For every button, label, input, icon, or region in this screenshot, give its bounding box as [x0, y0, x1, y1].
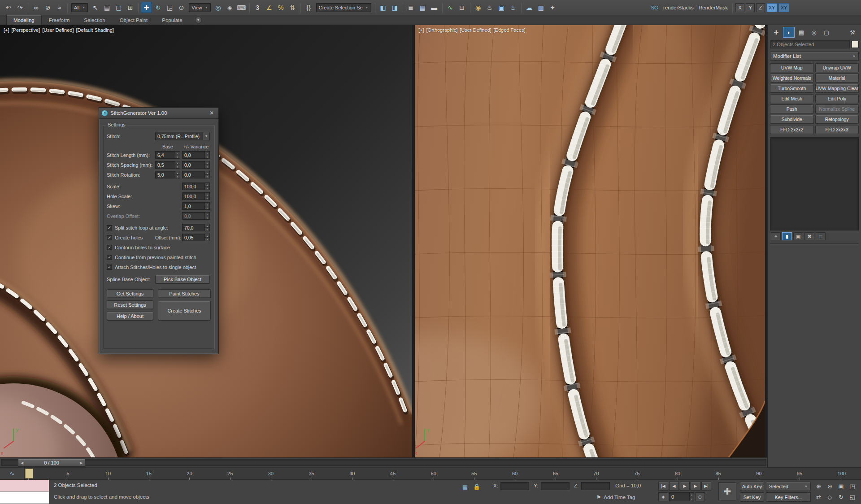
orthographic-viewport-canvas[interactable]: y x: [415, 25, 765, 457]
window-crossing-icon[interactable]: ⊞: [125, 2, 136, 13]
ribbon-tab[interactable]: Freeform: [42, 15, 77, 25]
previous-frame-arrow-icon[interactable]: ◀: [18, 461, 26, 465]
stitch-profile-dropdown[interactable]: 0,75mm (R...Profile) ▼: [155, 132, 210, 140]
select-and-manipulate-icon[interactable]: ◈: [224, 2, 235, 13]
schematic-view-icon[interactable]: ⊟: [457, 2, 468, 13]
select-object-icon[interactable]: ↖: [90, 2, 101, 13]
toggle-layer-explorer-icon[interactable]: ▦: [417, 2, 428, 13]
reference-coordinate-dropdown[interactable]: View▼: [189, 3, 211, 12]
set-key-button[interactable]: Set Key: [740, 492, 764, 502]
ribbon-options-icon[interactable]: ▼: [195, 17, 202, 23]
auto-key-button[interactable]: Auto Key: [740, 482, 764, 491]
align-icon[interactable]: ◨: [389, 2, 400, 13]
next-frame-arrow-icon[interactable]: ▶: [78, 461, 85, 465]
value-spinner[interactable]: 100,0 ▴▾: [182, 182, 210, 190]
ribbon-tab[interactable]: Modeling: [6, 15, 42, 25]
maxscript-mini-listener[interactable]: [0, 480, 49, 504]
select-by-name-icon[interactable]: ▤: [101, 2, 113, 13]
use-pivot-point-center-icon[interactable]: ◎: [213, 2, 224, 13]
spinner-snap-icon[interactable]: ⇅: [287, 2, 298, 13]
current-frame-field[interactable]: 0 ▴▾: [669, 492, 694, 501]
toggle-scene-explorer-icon[interactable]: ≣: [405, 2, 417, 13]
track-bar[interactable]: ∿ 05101520253035404550556065707580859095…: [0, 467, 861, 480]
time-configuration-icon[interactable]: ◷: [695, 492, 705, 501]
time-slider[interactable]: ◀ 0 / 100 ▶: [0, 457, 767, 467]
object-name-field[interactable]: 2 Objects Selected: [770, 40, 850, 48]
show-end-result-icon[interactable]: ▮: [782, 232, 792, 240]
axis-xy-alt-button[interactable]: XY: [778, 3, 789, 12]
viewport-label-part[interactable]: [Edged Faces]: [494, 27, 526, 33]
select-and-scale-icon[interactable]: ◲: [164, 2, 175, 13]
spinner-arrows[interactable]: ▴▾: [175, 152, 180, 158]
viewport-label-part[interactable]: [Default Shading]: [76, 27, 113, 33]
spinner-arrows[interactable]: ▴▾: [204, 234, 209, 241]
value-spinner[interactable]: 1,0 ▴▾: [182, 202, 210, 210]
previous-frame-button[interactable]: ◀: [669, 482, 679, 491]
state-sets-icon[interactable]: ▥: [535, 2, 547, 13]
reset-settings-button[interactable]: Reset Settings: [107, 300, 153, 309]
modifier-button[interactable]: Material: [815, 74, 859, 83]
spinner-arrows[interactable]: ▴▾: [204, 152, 209, 158]
key-filters-button[interactable]: Key Filters...: [766, 492, 811, 502]
modifier-button[interactable]: Subdivide: [770, 115, 814, 124]
viewport-label-part[interactable]: [Perspective]: [12, 27, 40, 33]
maximize-viewport-icon[interactable]: ◱: [847, 492, 857, 502]
display-tab-icon[interactable]: ▢: [821, 27, 832, 37]
unlink-selection-icon[interactable]: ⊘: [42, 2, 53, 13]
pin-stack-icon[interactable]: ⌖: [771, 232, 781, 240]
key-mode-toggle-icon[interactable]: ◈: [658, 492, 668, 501]
axis-x-button[interactable]: X: [735, 3, 744, 12]
modifier-button[interactable]: Unwrap UVW: [815, 63, 859, 72]
mirror-icon[interactable]: ◧: [378, 2, 389, 13]
rectangular-selection-region-icon[interactable]: ▢: [113, 2, 124, 13]
go-to-end-button[interactable]: ▶|: [701, 482, 711, 491]
toggle-ribbon-icon[interactable]: ▬: [429, 2, 440, 13]
rendered-frame-window-icon[interactable]: ▣: [496, 2, 507, 13]
create-stitches-button[interactable]: Create Stitches: [158, 301, 211, 321]
percent-snap-icon[interactable]: %: [275, 2, 287, 13]
current-frame-marker[interactable]: [25, 469, 33, 478]
zoom-region-icon[interactable]: ◳: [847, 482, 857, 491]
modify-tab-icon[interactable]: ◗: [783, 27, 794, 37]
modifier-button[interactable]: Weighted Normals: [770, 74, 814, 83]
pick-base-object-button[interactable]: Pick Base Object: [155, 275, 210, 284]
spinner-arrows[interactable]: ▴▾: [175, 161, 180, 168]
spinner-arrows[interactable]: ▴▾: [204, 203, 209, 209]
checkbox[interactable]: ✓: [107, 245, 112, 250]
select-and-rotate-icon[interactable]: ↻: [152, 2, 164, 13]
walk-through-icon[interactable]: ◇: [825, 492, 835, 502]
material-editor-icon[interactable]: ◉: [473, 2, 484, 13]
axis-z-button[interactable]: Z: [756, 3, 765, 12]
utilities-tab-icon[interactable]: ⚒: [847, 27, 858, 37]
create-holes-checkbox[interactable]: ✓: [107, 235, 112, 240]
add-time-tag[interactable]: ⚑ Add Time Tag: [596, 494, 635, 500]
named-selection-set-dropdown[interactable]: Create Selection Se▼: [316, 3, 371, 12]
ribbon-tab[interactable]: Object Paint: [113, 15, 155, 25]
get-settings-button[interactable]: Get Settings: [107, 289, 153, 298]
z-coord-field[interactable]: [581, 482, 610, 490]
hole-offset-spinner[interactable]: 0,05 ▴▾: [182, 234, 210, 241]
spinner-arrows[interactable]: ▴▾: [175, 171, 180, 178]
key-filter-selected-dropdown[interactable]: Selected ▼: [766, 482, 811, 491]
spinner-arrows[interactable]: ▴▾: [204, 213, 209, 219]
select-and-move-icon[interactable]: ✚: [141, 2, 152, 13]
zoom-icon[interactable]: ⊕: [813, 482, 824, 491]
set-keys-button[interactable]: ✚: [718, 482, 736, 500]
modifier-list-dropdown[interactable]: Modifier List ▼: [770, 52, 859, 61]
viewport-label-part[interactable]: [User Defined]: [42, 27, 74, 33]
value-spinner[interactable]: 100,0 ▴▾: [182, 192, 210, 200]
next-frame-button[interactable]: ▶: [691, 482, 700, 491]
help-about-button[interactable]: Help / About: [107, 312, 153, 321]
checkbox[interactable]: ✓: [107, 255, 112, 260]
zoom-all-icon[interactable]: ⊛: [825, 482, 835, 491]
variance-spinner[interactable]: 0,0 ▴▾: [182, 151, 210, 159]
mini-listener-script-row[interactable]: [0, 492, 49, 504]
time-slider-track[interactable]: [1, 459, 766, 466]
split-angle-spinner[interactable]: 70,0 ▴▾: [182, 224, 210, 231]
modifier-stack[interactable]: [770, 137, 859, 230]
selection-filter-dropdown[interactable]: All▼: [71, 3, 88, 12]
checkbox[interactable]: ✓: [107, 265, 112, 270]
render-setup-icon[interactable]: ♨: [484, 2, 496, 13]
pan-icon[interactable]: ⇄: [813, 492, 824, 502]
spinner-arrows[interactable]: ▴▾: [204, 183, 209, 190]
